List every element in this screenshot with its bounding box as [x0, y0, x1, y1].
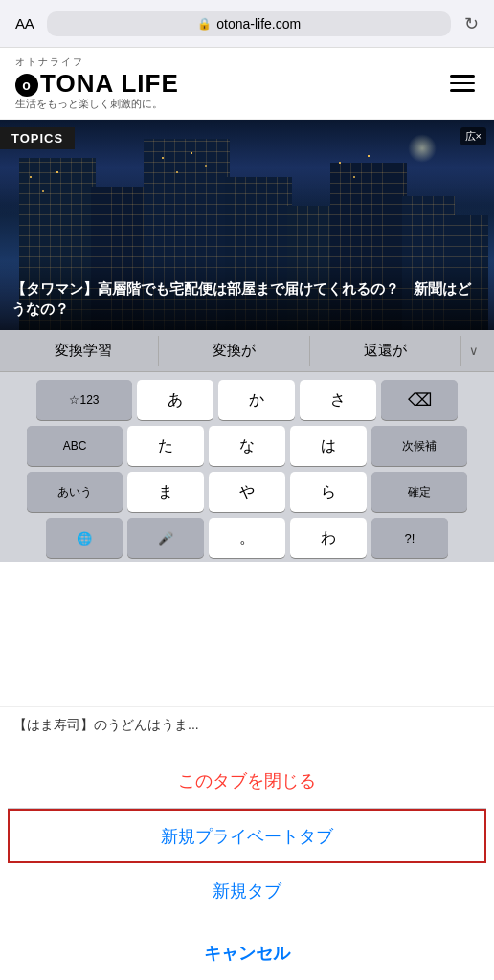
keyboard: 変換学習 変換が 返還が ∨ ☆123 あ か さ ⌫ ABC た な は 次候… — [0, 330, 494, 562]
key-aiueo[interactable]: あいう — [27, 472, 123, 512]
suggestion-3[interactable]: 返還が — [310, 336, 461, 366]
key-maru[interactable]: 。 — [209, 518, 285, 558]
logo-o: o — [15, 74, 38, 97]
logo-tagline: 生活をもっと楽しく刺激的に。 — [15, 97, 179, 111]
key-wa[interactable]: わ — [290, 518, 367, 558]
action-group: このタブを閉じる 新規プライベートタブ 新規タブ — [8, 754, 486, 918]
cancel-label: キャンセル — [204, 942, 290, 965]
key-row-4: 🌐 🎤 。 わ ?! — [4, 518, 490, 558]
bottom-sheet-overlay: 【はま寿司】のうどんはうま... このタブを閉じる 新規プライベートタブ 新規タ… — [0, 706, 494, 980]
keyboard-suggestions: 変換学習 変換が 返還が ∨ — [0, 330, 494, 372]
site-logo[interactable]: オトナライフ oTONA LIFE 生活をもっと楽しく刺激的に。 — [15, 56, 179, 111]
key-row-3: あいう ま や ら 確定 — [4, 472, 490, 512]
close-tab-label: このタブを閉じる — [178, 769, 316, 792]
browser-bar: AA 🔒 otona-life.com ↻ — [0, 0, 494, 48]
key-mic[interactable]: 🎤 — [127, 518, 204, 558]
expand-icon: ∨ — [469, 344, 479, 358]
suggestion-1[interactable]: 変換学習 — [8, 336, 159, 366]
key-ra[interactable]: ら — [290, 472, 367, 512]
hamburger-menu-icon[interactable] — [446, 71, 479, 96]
keyboard-rows: ☆123 あ か さ ⌫ ABC た な は 次候補 あいう ま や ら 確定 … — [0, 372, 494, 562]
ad-close[interactable]: 広× — [460, 127, 486, 145]
key-a[interactable]: あ — [137, 380, 213, 420]
key-123[interactable]: ☆123 — [36, 380, 132, 420]
key-confirm[interactable]: 確定 — [371, 472, 467, 512]
new-tab-button[interactable]: 新規タブ — [8, 863, 486, 918]
key-abc[interactable]: ABC — [27, 426, 123, 466]
new-private-tab-button[interactable]: 新規プライベートタブ — [8, 809, 486, 863]
key-next-candidate[interactable]: 次候補 — [371, 426, 467, 466]
suggestion-expand[interactable]: ∨ — [461, 338, 486, 364]
key-delete[interactable]: ⌫ — [381, 380, 458, 420]
key-row-2: ABC た な は 次候補 — [4, 426, 490, 466]
ad-badge: 広× — [460, 127, 486, 145]
new-private-tab-label: 新規プライベートタブ — [161, 825, 333, 848]
partial-article[interactable]: 【はま寿司】のうどんはうま... — [0, 706, 494, 754]
key-row-1: ☆123 あ か さ ⌫ — [4, 380, 490, 420]
suggestion-2[interactable]: 変換が — [159, 336, 310, 366]
key-na[interactable]: な — [209, 426, 285, 466]
logo-main: oTONA LIFE — [15, 71, 179, 97]
key-ma[interactable]: ま — [127, 472, 204, 512]
partial-article-text: 【はま寿司】のうどんはうま... — [13, 717, 199, 732]
url-text: otona-life.com — [216, 16, 301, 32]
close-tab-button[interactable]: このタブを閉じる — [8, 754, 486, 809]
lock-icon: 🔒 — [197, 17, 212, 31]
new-tab-label: 新規タブ — [213, 880, 281, 902]
hero-title[interactable]: 【タワマン】高層階でも宅配便は部屋まで届けてくれるの？ 新聞はどうなの？ — [0, 260, 494, 331]
font-size-label[interactable]: AA — [15, 15, 34, 32]
key-punctuation[interactable]: ?! — [371, 518, 448, 558]
key-ka[interactable]: か — [218, 380, 295, 420]
refresh-icon[interactable]: ↻ — [464, 13, 479, 34]
topics-badge: TOPICS — [0, 127, 75, 149]
bottom-content: このタブを閉じる 新規プライベートタブ 新規タブ キャンセル — [0, 754, 494, 980]
hero-image[interactable]: TOPICS 広× 【タワマン】高層階でも宅配便は部屋まで届けてくれるの？ 新聞… — [0, 120, 494, 330]
key-globe[interactable]: 🌐 — [46, 518, 123, 558]
cancel-button[interactable]: キャンセル — [8, 925, 486, 980]
key-ha[interactable]: は — [290, 426, 367, 466]
key-sa[interactable]: さ — [300, 380, 376, 420]
key-ta[interactable]: た — [127, 426, 204, 466]
logo-kana: オトナライフ — [15, 56, 179, 69]
site-header: オトナライフ oTONA LIFE 生活をもっと楽しく刺激的に。 — [0, 48, 494, 120]
key-ya[interactable]: や — [209, 472, 285, 512]
url-bar[interactable]: 🔒 otona-life.com — [47, 11, 451, 36]
